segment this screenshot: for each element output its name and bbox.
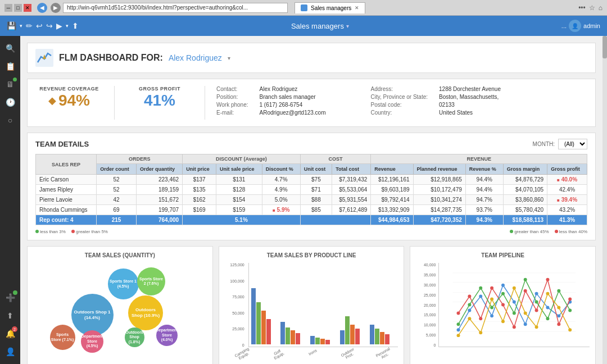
toolbar-more-btn[interactable]: ... <box>561 22 567 29</box>
undo-icon[interactable]: ↩ <box>36 21 43 30</box>
toolbar-title: Sales managers ▾ <box>83 22 557 30</box>
sidebar-item-upload[interactable]: ⬆ <box>2 308 18 324</box>
user-dropdown-arrow[interactable]: ▾ <box>228 55 230 61</box>
month-select[interactable]: (All) <box>558 139 587 149</box>
svg-point-32 <box>468 303 472 307</box>
svg-point-35 <box>501 292 505 295</box>
user-avatar: 👤 <box>569 20 581 32</box>
play-icon[interactable]: ▶ <box>56 21 62 30</box>
cell-unit-price: $135 <box>183 185 216 195</box>
sidebar-item-clock[interactable]: 🕐 <box>2 94 18 110</box>
back-btn[interactable]: ◀ <box>37 3 47 13</box>
close-btn[interactable]: ✕ <box>24 4 31 12</box>
cell-planned-revenue: $12,918,865 <box>413 175 465 185</box>
cell-order-count: 52 <box>97 185 137 195</box>
cell-order-count: 69 <box>97 205 137 215</box>
toolbar-user: ... 👤 admin <box>561 20 600 32</box>
cell-gross-profit: 42.4% <box>547 185 587 195</box>
cell-revenue: $13,392,909 <box>371 205 413 215</box>
col-gross-margin: Gross margin <box>503 164 547 175</box>
sidebar-item-circle[interactable]: ○ <box>2 112 18 128</box>
svg-point-14 <box>513 301 516 304</box>
bubble-3: Outdoors Shop (10.9%) <box>128 295 163 330</box>
cell-unit-sale-price: $128 <box>216 185 262 195</box>
cell-total-cost: $5,533,064 <box>332 185 371 195</box>
cell-revenue-pct: 94.7% <box>465 195 503 205</box>
total-gross-margin: $18,588,113 <box>503 215 547 225</box>
cell-gross-margin: $3,860,860 <box>503 195 547 205</box>
total-order-qty: 764,000 <box>136 215 182 225</box>
sidebar-item-document[interactable]: 📋 <box>2 58 18 74</box>
bubble-1: Sports Store 2 (7.6%) <box>137 267 165 295</box>
share-icon[interactable]: ⬆ <box>72 21 79 30</box>
revenue-value: 94% <box>58 92 90 110</box>
cell-unit-price: $162 <box>183 195 216 205</box>
bar-group-0 <box>251 288 278 344</box>
line-chart-container: 40,000 35,000 30,000 25,000 20,000 15,00… <box>416 263 590 347</box>
bubble-0: Sports Store 1 (4.5%) <box>108 269 139 299</box>
diamond-icon: ◆ <box>48 94 56 107</box>
save-icon[interactable]: 💾 <box>7 21 16 30</box>
col-unit-cost: Unit cost <box>300 164 332 175</box>
svg-point-18 <box>558 314 561 317</box>
svg-point-23 <box>490 286 493 290</box>
cell-name: Pierre Lavoie <box>36 195 97 205</box>
sidebar-item-notifications[interactable]: 🔔 2 <box>2 326 18 342</box>
vertical-scrollbar[interactable] <box>603 36 607 364</box>
cell-revenue-pct: 93.7% <box>465 205 503 215</box>
cell-gross-margin: $4,876,729 <box>503 175 547 185</box>
svg-point-31 <box>457 322 460 326</box>
svg-point-21 <box>468 295 472 298</box>
browser-tab[interactable]: Sales managers ✕ <box>295 2 365 13</box>
svg-point-9 <box>457 328 460 331</box>
dashboard-user-name[interactable]: Alex Rodriguez <box>169 53 222 62</box>
team-table: SALES REP ORDERS DISCOUNT (Average) COST… <box>35 154 587 225</box>
bar-1-3 <box>296 333 300 344</box>
window-controls[interactable]: ─ □ ✕ <box>4 4 31 12</box>
sidebar-item-monitor[interactable]: 🖥 <box>2 76 18 92</box>
contact-col-labels: Contact: Position: Work phone: E-mail: <box>216 86 248 116</box>
bar-group-1 <box>280 322 307 344</box>
bubble-5: Department Store (4.5%) <box>81 330 103 353</box>
contact-info: Contact: Position: Work phone: E-mail: A… <box>216 86 587 116</box>
tab-close-btn[interactable]: ✕ <box>355 5 359 11</box>
table-row: Eric Carson 52 223,462 $137 $131 4.7% $7… <box>36 175 587 185</box>
line-chart-svg-container <box>438 263 590 347</box>
restore-btn[interactable]: □ <box>14 4 22 12</box>
svg-point-51 <box>558 306 561 309</box>
forward-btn[interactable]: ▶ <box>51 3 61 13</box>
browser-more-icon[interactable]: ••• <box>578 4 586 12</box>
toolbar: 💾 ▾ ✏ ↩ ↪ ▶ ▾ ⬆ Sales managers ▾ ... 👤 a… <box>0 16 607 36</box>
product-line-title: TEAM SALES BY PRODUCT LINE <box>225 252 398 258</box>
browser-home-icon[interactable]: ⌂ <box>599 4 603 12</box>
svg-point-11 <box>479 295 483 298</box>
minimize-btn[interactable]: ─ <box>4 4 12 12</box>
team-title: TEAM DETAILS <box>35 140 89 148</box>
total-discount: 5.1% <box>183 215 301 225</box>
edit-icon[interactable]: ✏ <box>26 21 33 30</box>
cell-name: James Ripley <box>36 185 97 195</box>
bar-4-0 <box>370 325 374 344</box>
sidebar-item-add[interactable]: ➕ <box>2 290 18 306</box>
svg-point-46 <box>501 320 505 323</box>
svg-point-17 <box>546 306 550 309</box>
address-bar[interactable]: http://win-q6vmh1d51c2:9300/bi/index.htm… <box>63 3 288 13</box>
svg-point-10 <box>468 308 472 312</box>
bar-group-4 <box>370 325 396 344</box>
svg-point-48 <box>524 311 527 315</box>
cell-order-count: 52 <box>97 175 137 185</box>
svg-point-24 <box>501 303 505 307</box>
browser-star-icon[interactable]: ☆ <box>589 4 595 12</box>
team-sales-chart: TEAM SALES (Quantity) Sports Store 1 (4.… <box>27 246 213 364</box>
sidebar-item-search[interactable]: 🔍 <box>2 40 18 56</box>
sidebar-item-user-mgmt[interactable]: 👤 <box>2 344 18 360</box>
toolbar-icons: 💾 ▾ ✏ ↩ ↪ ▶ ▾ ⬆ <box>7 21 79 30</box>
cell-unit-price: $137 <box>183 175 216 185</box>
bar-4-3 <box>385 334 389 344</box>
bar-3-0 <box>340 330 345 344</box>
svg-point-34 <box>490 306 493 309</box>
cell-discount-pct: 4.7% <box>262 175 300 185</box>
bar-0-2 <box>261 311 266 344</box>
cell-order-qty: 189,159 <box>136 185 182 195</box>
redo-icon[interactable]: ↪ <box>46 21 53 30</box>
